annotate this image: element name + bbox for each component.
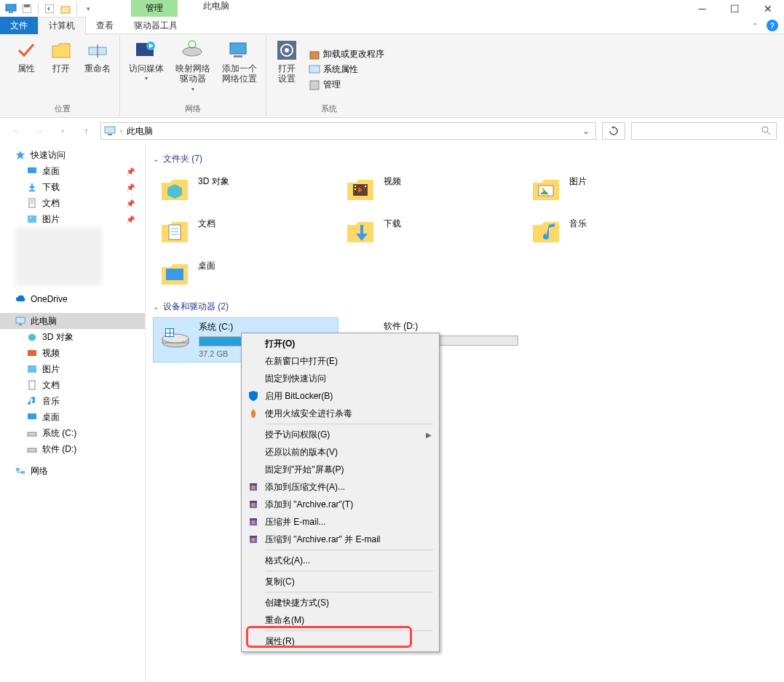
- folder-videos[interactable]: 视频: [338, 170, 524, 212]
- context-properties[interactable]: 属性(R): [243, 633, 437, 650]
- drive-icon: [26, 427, 38, 439]
- sidebar-software-d[interactable]: 软件 (D:): [0, 441, 145, 457]
- context-create-shortcut[interactable]: 创建快捷方式(S): [243, 594, 437, 611]
- sidebar-pictures[interactable]: 图片📌: [0, 211, 145, 227]
- context-huorong[interactable]: 使用火绒安全进行杀毒: [243, 405, 437, 422]
- address-expand[interactable]: ⌄: [579, 126, 593, 136]
- folder-music[interactable]: 音乐: [524, 212, 710, 254]
- uninstall-button[interactable]: 卸载或更改程序: [306, 47, 387, 61]
- sidebar-pictures2[interactable]: 图片: [0, 361, 145, 377]
- context-grant-access[interactable]: 授予访问权限(G)▶: [243, 426, 437, 443]
- folder-documents[interactable]: 文档: [153, 212, 338, 254]
- drives-section-header[interactable]: ⌄ 设备和驱动器 (2): [153, 296, 777, 317]
- address-input[interactable]: › 此电脑 ⌄: [100, 122, 596, 140]
- sidebar-network[interactable]: 网络: [0, 463, 145, 479]
- sidebar-desktop[interactable]: 桌面📌: [0, 163, 145, 179]
- maximize-button[interactable]: ☐: [718, 0, 751, 17]
- up-button[interactable]: ↑: [77, 122, 95, 140]
- svg-rect-5: [61, 7, 70, 13]
- sidebar-onedrive[interactable]: OneDrive: [0, 291, 145, 307]
- open-settings-button[interactable]: 打开 设置: [271, 37, 303, 102]
- download-icon: [26, 181, 38, 193]
- svg-rect-61: [170, 333, 173, 336]
- box-icon: [309, 49, 320, 60]
- sidebar-videos[interactable]: 视频: [0, 345, 145, 361]
- context-format[interactable]: 格式化(A)...: [243, 552, 437, 569]
- context-bitlocker[interactable]: 启用 BitLocker(B): [243, 387, 437, 405]
- sidebar-quick-access[interactable]: 快速访问: [0, 147, 145, 163]
- sidebar-downloads[interactable]: 下载📌: [0, 179, 145, 195]
- context-compress-email[interactable]: 压缩并 E-mail...: [243, 513, 437, 531]
- sidebar-3d-objects[interactable]: 3D 对象: [0, 329, 145, 345]
- pin-icon: 📌: [126, 199, 135, 207]
- refresh-button[interactable]: [602, 122, 625, 140]
- add-network-button[interactable]: 添加一个 网络位置: [218, 37, 261, 102]
- svg-rect-36: [28, 413, 36, 419]
- context-open[interactable]: 打开(O): [243, 335, 437, 352]
- svg-rect-37: [28, 432, 36, 436]
- computer-icon[interactable]: [4, 2, 17, 15]
- context-add-archive[interactable]: 添加到压缩文件(A)...: [243, 478, 437, 496]
- titlebar: ▾ 管理 此电脑 ─ ☐ ✕: [0, 0, 784, 17]
- manage-button[interactable]: 管理: [306, 78, 387, 92]
- svg-rect-67: [252, 503, 255, 507]
- folder-pictures[interactable]: 图片: [524, 170, 710, 212]
- context-copy[interactable]: 复制(C): [243, 573, 437, 590]
- forward-button[interactable]: →: [31, 122, 48, 140]
- save-icon[interactable]: [20, 2, 33, 15]
- ribbon-collapse-icon[interactable]: ⌃: [752, 22, 758, 30]
- network-icon: [15, 465, 26, 477]
- svg-point-16: [285, 48, 289, 52]
- dropdown-icon[interactable]: ▾: [82, 2, 95, 15]
- svg-rect-66: [250, 501, 257, 503]
- view-menu[interactable]: 查看: [86, 17, 124, 34]
- search-input[interactable]: [631, 122, 777, 140]
- svg-rect-35: [29, 381, 35, 389]
- sidebar-desktop2[interactable]: 桌面: [0, 409, 145, 425]
- svg-rect-29: [28, 215, 36, 223]
- sidebar-system-c[interactable]: 系统 (C:): [0, 425, 145, 441]
- folders-section-header[interactable]: ⌄ 文件夹 (7): [153, 148, 777, 170]
- svg-rect-44: [355, 186, 356, 187]
- open-button[interactable]: 打开: [45, 37, 77, 102]
- sidebar-this-pc[interactable]: 此电脑: [0, 313, 145, 329]
- sidebar-documents[interactable]: 文档📌: [0, 195, 145, 211]
- close-button[interactable]: ✕: [751, 0, 784, 17]
- folder-open-icon: [50, 39, 73, 62]
- context-restore-prev[interactable]: 还原以前的版本(V): [243, 443, 437, 461]
- svg-rect-34: [28, 365, 36, 373]
- help-icon[interactable]: ?: [767, 20, 778, 31]
- context-add-archive-rar[interactable]: 添加到 "Archive.rar"(T): [243, 496, 437, 513]
- drive-tools-menu[interactable]: 驱动器工具: [124, 17, 188, 34]
- undo-icon[interactable]: [43, 2, 56, 15]
- folder-desktop[interactable]: 桌面: [153, 254, 338, 296]
- context-compress-rar-email[interactable]: 压缩到 "Archive.rar" 并 E-mail: [243, 531, 437, 548]
- context-new-window[interactable]: 在新窗口中打开(E): [243, 352, 437, 370]
- sidebar-music[interactable]: 音乐: [0, 393, 145, 409]
- svg-rect-70: [252, 520, 255, 524]
- folder-downloads[interactable]: 下载: [338, 212, 524, 254]
- menubar: 文件 计算机 查看 驱动器工具 ⌃ ?: [0, 17, 784, 34]
- map-network-button[interactable]: 映射网络 驱动器 ▾: [171, 37, 215, 102]
- svg-rect-69: [250, 518, 257, 520]
- back-button[interactable]: ←: [7, 122, 25, 140]
- minimize-button[interactable]: ─: [686, 0, 718, 17]
- context-pin-quick[interactable]: 固定到快速访问: [243, 370, 437, 387]
- access-media-button[interactable]: 访问媒体 ▾: [124, 37, 168, 102]
- rename-button[interactable]: 重命名: [80, 37, 115, 102]
- folder-qat-icon[interactable]: [59, 2, 72, 15]
- history-dropdown[interactable]: ▾: [54, 122, 71, 140]
- context-pin-start[interactable]: 固定到"开始"屏幕(P): [243, 461, 437, 478]
- system-properties-button[interactable]: 系统属性: [306, 63, 387, 76]
- svg-point-22: [762, 127, 768, 132]
- breadcrumb[interactable]: 此电脑: [127, 125, 153, 138]
- sidebar-documents2[interactable]: 文档: [0, 377, 145, 393]
- computer-menu[interactable]: 计算机: [38, 17, 86, 34]
- manage-tab[interactable]: 管理: [131, 0, 178, 17]
- folder-3d-objects[interactable]: 3D 对象: [153, 170, 338, 212]
- context-rename[interactable]: 重命名(M): [243, 611, 437, 629]
- svg-rect-63: [250, 483, 257, 485]
- svg-rect-13: [234, 55, 242, 58]
- file-menu[interactable]: 文件: [0, 17, 38, 34]
- properties-button[interactable]: 属性: [10, 37, 42, 102]
